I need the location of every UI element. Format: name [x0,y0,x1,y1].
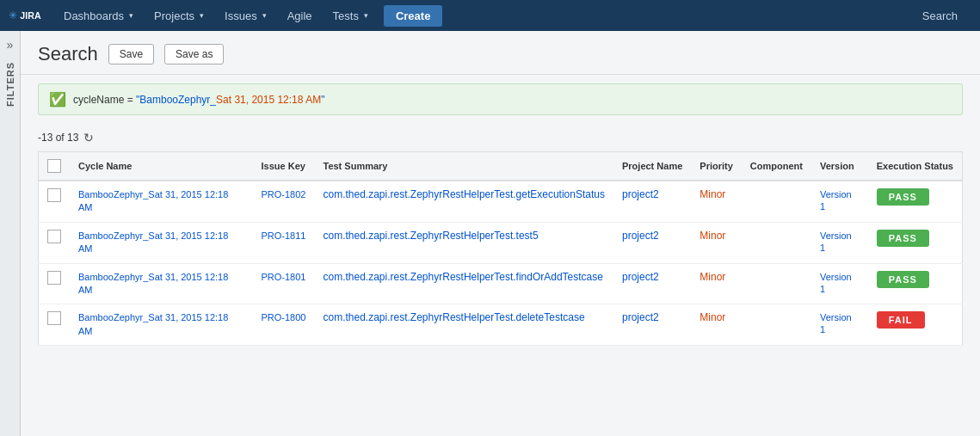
row-component [742,181,811,222]
col-version: Version [811,152,868,181]
sidebar: » FILTERS [0,31,21,436]
row-checkbox-cell[interactable] [39,304,71,346]
col-cycle-name: Cycle Name [70,152,253,181]
col-priority: Priority [691,152,742,181]
jira-logo[interactable]: ✳ JIRA [9,5,43,26]
row-test-summary: com.thed.zapi.rest.ZephyrRestHelperTest.… [314,222,613,263]
row-execution-status: PASS [868,181,963,222]
content-area: Search Save Save as ✅ cycleName = "Bambo… [21,31,980,436]
refresh-icon[interactable]: ↻ [83,131,94,144]
row-project-name: project2 [613,263,691,304]
nav-tests[interactable]: Tests ▾ [324,0,377,31]
row-test-summary: com.thed.zapi.rest.ZephyrRestHelperTest.… [314,181,613,222]
row-priority: Minor [691,304,742,346]
row-component [742,222,811,263]
status-badge: PASS [877,188,929,206]
row-test-summary: com.thed.zapi.rest.ZephyrRestHelperTest.… [314,263,613,304]
results-count: -13 of 13 [38,132,78,144]
row-version: Version 1 [811,181,868,222]
nav-agile[interactable]: Agile [279,0,321,31]
row-checkbox-cell[interactable] [39,181,71,222]
col-issue-key: Issue Key [253,152,315,181]
status-badge: PASS [877,271,929,288]
col-project-name: Project Name [613,152,691,181]
row-cycle-name: BambooZephyr_Sat 31, 2015 12:18 AM [70,222,253,263]
row-priority: Minor [691,181,742,222]
row-issue-key: PRO-1802 [253,181,315,222]
navbar: ✳ JIRA Dashboards ▾ Projects ▾ Issues ▾ … [0,0,980,31]
table-row: BambooZephyr_Sat 31, 2015 12:18 AM PRO-1… [39,304,963,346]
row-priority: Minor [691,222,742,263]
table-row: BambooZephyr_Sat 31, 2015 12:18 AM PRO-1… [39,263,963,304]
row-project-name: project2 [613,222,691,263]
row-priority: Minor [691,263,742,304]
row-test-summary: com.thed.zapi.rest.ZephyrRestHelperTest.… [314,304,613,346]
check-circle-icon: ✅ [49,91,66,107]
sidebar-toggle[interactable]: » [7,38,14,52]
row-checkbox-cell[interactable] [39,222,71,263]
chevron-down-icon: ▾ [262,11,267,20]
filter-bar: ✅ cycleName = "BambooZephyr_Sat 31, 2015… [38,83,963,115]
row-execution-status: PASS [868,263,963,304]
row-checkbox-cell[interactable] [39,263,71,304]
create-button[interactable]: Create [384,5,442,27]
save-as-button[interactable]: Save as [164,44,224,64]
row-component [742,304,811,346]
col-execution-status: Execution Status [868,152,963,181]
filters-label[interactable]: FILTERS [5,62,15,107]
results-table: Cycle Name Issue Key Test Summary Projec… [38,151,963,346]
search-button[interactable]: Search [909,0,971,31]
nav-dashboards[interactable]: Dashboards ▾ [55,0,142,31]
table-header-row: Cycle Name Issue Key Test Summary Projec… [39,152,963,181]
nav-projects[interactable]: Projects ▾ [145,0,213,31]
status-badge: FAIL [877,311,925,329]
row-execution-status: FAIL [868,304,963,346]
results-table-container: Cycle Name Issue Key Test Summary Projec… [21,151,980,363]
page-header: Search Save Save as [21,31,980,75]
select-all-header[interactable] [39,152,71,181]
svg-text:✳: ✳ [9,9,17,21]
row-execution-status: PASS [868,222,963,263]
row-cycle-name: BambooZephyr_Sat 31, 2015 12:18 AM [70,304,253,346]
row-component [742,263,811,304]
filter-expression[interactable]: cycleName = "BambooZephyr_Sat 31, 2015 1… [73,94,324,106]
status-badge: PASS [877,230,929,247]
table-row: BambooZephyr_Sat 31, 2015 12:18 AM PRO-1… [39,222,963,263]
row-issue-key: PRO-1811 [253,222,315,263]
row-cycle-name: BambooZephyr_Sat 31, 2015 12:18 AM [70,263,253,304]
results-info: -13 of 13 ↻ [21,124,980,151]
row-issue-key: PRO-1801 [253,263,315,304]
row-project-name: project2 [613,304,691,346]
svg-text:JIRA: JIRA [20,10,41,21]
row-cycle-name: BambooZephyr_Sat 31, 2015 12:18 AM [70,181,253,222]
row-version: Version 1 [811,304,868,346]
chevron-down-icon: ▾ [129,11,133,20]
row-version: Version 1 [811,222,868,263]
save-button[interactable]: Save [108,44,154,64]
col-component: Component [742,152,811,181]
table-row: BambooZephyr_Sat 31, 2015 12:18 AM PRO-1… [39,181,963,222]
main-layout: » FILTERS Search Save Save as ✅ cycleNam… [0,31,980,436]
row-project-name: project2 [613,181,691,222]
chevron-down-icon: ▾ [364,11,368,20]
row-version: Version 1 [811,263,868,304]
chevron-down-icon: ▾ [200,11,204,20]
row-issue-key: PRO-1800 [253,304,315,346]
page-title: Search [38,43,98,65]
col-test-summary: Test Summary [314,152,613,181]
nav-issues[interactable]: Issues ▾ [216,0,275,31]
